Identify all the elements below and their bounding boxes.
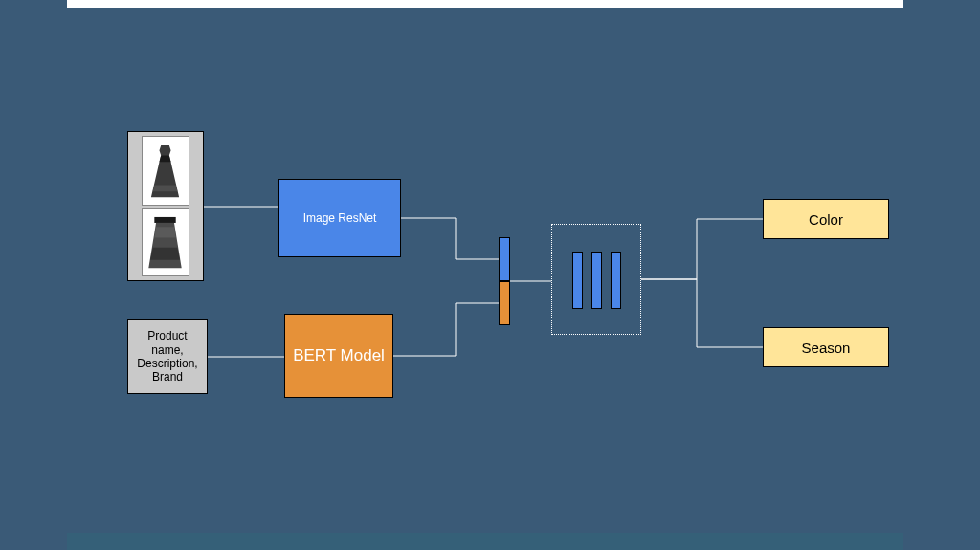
nn-layer-bar — [611, 252, 621, 309]
input-text-box: Product name, Description, Brand — [127, 319, 208, 394]
dress-icon — [145, 141, 186, 205]
nn-layer-bar — [591, 252, 602, 309]
embedding-image-half — [499, 237, 510, 281]
dress-icon — [145, 211, 186, 275]
product-image-1 — [142, 136, 189, 206]
bert-label: BERT Model — [293, 346, 385, 365]
product-image-2 — [142, 208, 189, 277]
output-color-box: Color — [763, 199, 889, 239]
svg-rect-3 — [155, 217, 176, 223]
image-resnet-box: Image ResNet — [278, 179, 401, 257]
architecture-diagram: Product name, Description, Brand Image R… — [0, 0, 980, 550]
resnet-label: Image ResNet — [303, 211, 377, 225]
output-season-box: Season — [763, 327, 889, 367]
input-image-box — [127, 131, 204, 281]
output-color-label: Color — [809, 211, 843, 228]
nn-layer-bar — [572, 252, 583, 309]
output-season-label: Season — [802, 340, 851, 356]
input-text-label: Product name, Description, Brand — [132, 329, 203, 385]
bert-model-box: BERT Model — [284, 314, 393, 398]
embedding-text-half — [499, 281, 510, 325]
